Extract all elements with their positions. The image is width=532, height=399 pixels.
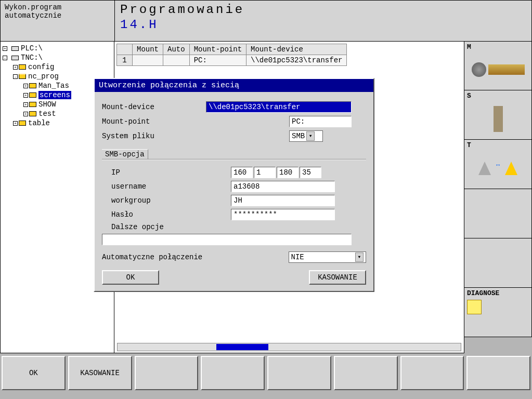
side-panels: M S T ↔ DIAGNOSE <box>464 42 532 353</box>
smb-options: IP 160 1 180 35 username a13608 workgrou… <box>102 160 366 245</box>
workgroup-label: workgroup <box>111 196 231 205</box>
filesystem-value: SMB <box>292 132 305 140</box>
t-panel[interactable]: T ↔ <box>464 140 532 189</box>
ok-button[interactable]: OK <box>102 270 159 285</box>
mount-device-label: Mount-device <box>102 103 206 111</box>
diagnose-panel[interactable]: DIAGNOSE <box>464 288 532 337</box>
tree-label: nc_prog <box>28 72 59 81</box>
softkey-6[interactable] <box>334 356 398 390</box>
diagnose-label: DIAGNOSE <box>467 289 499 297</box>
s-label: S <box>467 92 471 100</box>
softkey-1[interactable]: OK <box>2 356 66 390</box>
tree-drive-plc[interactable]: +PLC:\ <box>2 44 113 53</box>
mode-panel: Wykon.program automatycznie <box>0 0 114 42</box>
mount-table: Mount Auto Mount-point Mount-device 1 PC… <box>116 44 347 66</box>
ip-octet-1[interactable]: 160 <box>231 167 253 178</box>
cell-device: \\de01pc5323\transfer <box>246 55 347 66</box>
cell-mount <box>133 55 163 66</box>
network-connection-dialog: Utworzenie połączenia z siecią Mount-dev… <box>94 78 374 292</box>
tool-icon: ↔ <box>464 149 531 187</box>
username-input[interactable]: a13608 <box>231 181 335 192</box>
softkey-3[interactable] <box>135 356 199 390</box>
tree-label: screens <box>38 91 71 99</box>
col-device: Mount-device <box>246 44 347 55</box>
col-auto: Auto <box>163 44 190 55</box>
softkey-8[interactable] <box>466 356 530 390</box>
cell-point: PC: <box>189 55 246 66</box>
m-label: M <box>467 43 471 51</box>
empty-panel-1[interactable] <box>464 189 532 238</box>
title-panel: Programowanie 14.H <box>114 0 532 42</box>
autoconnect-label: Automatyczne połączenie <box>102 253 289 261</box>
horizontal-scrollbar[interactable] <box>117 343 461 351</box>
tree-label: Man_Tas <box>38 82 69 90</box>
page-title: Programowanie <box>120 3 526 17</box>
smb-group-label: SMB-opcja <box>102 149 148 159</box>
mount-point-input[interactable]: PC: <box>289 116 352 127</box>
tree-label: SHOW <box>38 100 56 109</box>
top-bar: Wykon.program automatycznie Programowani… <box>0 0 532 42</box>
tree-label: PLC:\ <box>21 44 43 52</box>
row-num: 1 <box>117 55 133 66</box>
chevron-down-icon[interactable]: ▼ <box>355 252 364 262</box>
dialog-title: Utworzenie połączenia z siecią <box>95 79 373 92</box>
tree-label: config <box>28 63 54 71</box>
table-header-row: Mount Auto Mount-point Mount-device <box>117 44 347 55</box>
empty-panel-2[interactable] <box>464 238 532 288</box>
softkey-5[interactable] <box>267 356 331 390</box>
username-label: username <box>111 182 231 191</box>
filesystem-label: System pliku <box>102 132 289 140</box>
ip-label: IP <box>111 168 231 177</box>
password-label: Hasło <box>111 210 231 219</box>
ip-octet-2[interactable]: 1 <box>254 167 276 178</box>
softkey-bar: OK KASOWANIE <box>0 353 532 393</box>
mode-line2: automatycznie <box>5 11 110 20</box>
page-subtitle: 14.H <box>120 18 526 32</box>
dialog-body: Mount-device \\de01pc5323\transfer Mount… <box>95 92 373 291</box>
cancel-button[interactable]: KASOWANIE <box>309 270 366 285</box>
tree-drive-tnc[interactable]: -TNC:\ <box>2 53 113 62</box>
col-point: Mount-point <box>189 44 246 55</box>
softkey-7[interactable] <box>400 356 464 390</box>
m-panel[interactable]: M <box>464 41 532 90</box>
note-icon <box>467 300 482 314</box>
col-mount: Mount <box>133 44 163 55</box>
t-label: T <box>467 141 471 149</box>
cell-auto <box>163 55 190 66</box>
filesystem-select[interactable]: SMB▼ <box>289 130 323 142</box>
mill-icon <box>464 51 531 88</box>
autoconnect-select[interactable]: NIE▼ <box>289 251 366 263</box>
mode-line1: Wykon.program <box>5 3 110 11</box>
tree-label: test <box>38 110 56 118</box>
workgroup-input[interactable]: JH <box>231 195 335 206</box>
s-panel[interactable]: S <box>464 90 532 140</box>
softkey-2[interactable]: KASOWANIE <box>68 356 132 390</box>
tree-folder-config[interactable]: +config <box>2 62 113 72</box>
mount-device-input[interactable]: \\de01pc5323\transfer <box>206 101 352 113</box>
autoconnect-value: NIE <box>291 253 304 261</box>
password-input[interactable]: ********** <box>231 209 335 220</box>
mount-point-label: Mount-point <box>102 117 289 126</box>
more-options-input[interactable] <box>102 234 352 245</box>
more-options-label: Dalsze opcje <box>111 223 231 231</box>
softkey-4[interactable] <box>201 356 265 390</box>
table-row[interactable]: 1 PC: \\de01pc5323\transfer <box>117 55 347 66</box>
scrollbar-thumb[interactable] <box>216 344 268 350</box>
chevron-down-icon[interactable]: ▼ <box>306 131 315 141</box>
ip-octet-4[interactable]: 35 <box>300 167 321 178</box>
ip-octet-3[interactable]: 180 <box>277 167 299 178</box>
tree-label: TNC:\ <box>21 54 43 62</box>
spindle-icon <box>464 100 531 138</box>
tree-label: table <box>28 119 50 127</box>
col-num <box>117 44 133 55</box>
